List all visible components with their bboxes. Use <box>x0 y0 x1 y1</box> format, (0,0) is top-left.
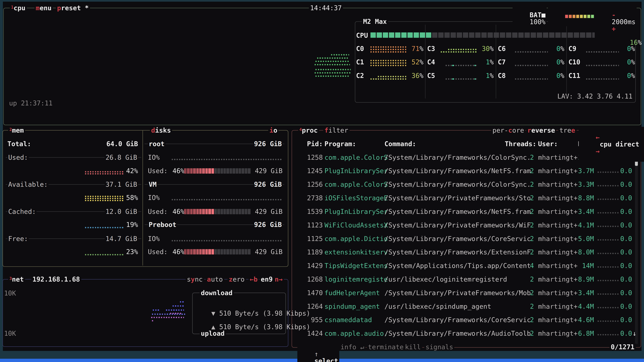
cell-command: /System/Library/Frameworks/AudioToolb <box>384 330 531 337</box>
cell-program: loginitemregiste <box>324 276 388 283</box>
download-arrow-icon: ▼ <box>211 310 215 318</box>
mem-meter <box>85 198 124 199</box>
interval-plus-button[interactable]: + <box>612 25 616 33</box>
cell-cpu: 0.0 <box>618 208 632 215</box>
battery-block <box>580 15 582 18</box>
cell-threads: 2 <box>524 290 534 297</box>
proc-kill-button[interactable]: kill <box>404 344 422 351</box>
net-auto-toggle[interactable]: auto <box>206 276 224 283</box>
proc-filter-button[interactable]: filter <box>323 127 349 134</box>
proc-scrollbar-track[interactable] <box>635 149 638 344</box>
cell-command: /usr/libexec/spindump_agent <box>384 303 491 310</box>
disk-used-meter <box>184 209 250 214</box>
battery-block <box>591 15 594 18</box>
column-header-user[interactable]: User: <box>538 140 558 147</box>
cell-mem: 3.7M <box>574 167 594 174</box>
proc-signals-button[interactable]: signals <box>424 344 454 351</box>
disk-io-graph <box>172 159 282 160</box>
cell-user: mhartingt+ <box>538 276 578 283</box>
cpu-meter-block <box>377 32 382 38</box>
battery-indicator: BAT■ 100% <box>512 4 546 32</box>
cpu-box-title[interactable]: 1cpu <box>10 4 27 12</box>
cell-cpu: 0.0 <box>618 290 632 297</box>
io-toggle[interactable]: io <box>268 127 278 134</box>
cpu-meter-block <box>512 32 518 38</box>
cell-user: mhartingt+ <box>538 317 578 324</box>
core-percent: 30% <box>470 45 494 52</box>
cpu-meter-block <box>524 32 530 38</box>
proc-select-control[interactable]: ↑ select ↓ <box>297 344 340 362</box>
cpu-meter-block <box>414 32 419 38</box>
disk-used-value: 429 GiB <box>254 248 282 255</box>
menu-button[interactable]: menu <box>34 4 53 11</box>
enter-key-icon: ↵ <box>360 343 364 351</box>
cell-cpu: 0.0 <box>618 317 632 324</box>
mem-meter <box>85 171 124 172</box>
sort-right-arrow-icon[interactable]: → <box>596 147 600 155</box>
upload-arrow-icon: ▲ <box>211 323 215 331</box>
net-zero-toggle[interactable]: zero <box>228 276 246 283</box>
cpu-meter-block <box>457 32 462 38</box>
cpu-meter-block <box>555 32 561 38</box>
cpu-meter-block <box>562 32 567 38</box>
cell-threads: 4 <box>524 262 534 269</box>
cpu-meter-block <box>494 32 499 38</box>
interval-minus-button[interactable]: - <box>612 11 616 19</box>
cell-program: com.apple.ColorS <box>324 154 388 161</box>
preset-button[interactable]: preset * <box>56 4 90 11</box>
net-sync-toggle[interactable]: sync <box>186 276 204 283</box>
cell-user: mhartingt+ <box>538 290 578 297</box>
cell-user: mhartingt+ <box>538 330 578 337</box>
cpu-meter-block <box>586 32 592 38</box>
cpu-meter-block <box>537 32 542 38</box>
battery-block <box>569 15 572 18</box>
proc-reverse-toggle[interactable]: reverse <box>526 127 556 134</box>
core-percent: 0% <box>611 59 635 66</box>
column-header-command[interactable]: Command: <box>384 140 416 147</box>
column-header-pid[interactable]: Pid: <box>306 140 323 147</box>
cpu-meter-block <box>506 32 511 38</box>
cell-cpu: 0.0 <box>618 235 632 242</box>
cell-user: mhartingt+ <box>538 154 578 161</box>
scroll-down-icon[interactable]: ↓ <box>632 330 636 337</box>
column-header-threads[interactable]: Threads: <box>504 140 536 147</box>
cell-command: /System/Library/PrivateFrameworks/Sto <box>384 195 531 202</box>
disk-name: Preboot <box>148 221 177 228</box>
core-percent: 0% <box>540 59 564 66</box>
cell-cpu: 0.0 <box>618 249 632 256</box>
cpu-meter-block <box>549 32 554 38</box>
net-prev-interface[interactable]: ←b <box>248 276 259 283</box>
mem-disks-divider <box>142 131 143 266</box>
proc-per-core-toggle[interactable]: per-core <box>491 127 525 134</box>
column-header-program[interactable]: Program: <box>324 140 356 147</box>
proc-terminate-button[interactable]: terminate <box>367 344 405 351</box>
proc-sort-selector[interactable]: ← cpu direct → <box>579 127 644 162</box>
cell-threads: 2 <box>524 167 534 174</box>
sort-left-arrow-icon[interactable]: ← <box>596 133 600 141</box>
up-arrow-icon[interactable]: ↑ <box>314 350 318 358</box>
net-next-interface[interactable]: n→ <box>274 276 284 283</box>
cpu-model-title: M2 Max <box>362 18 388 25</box>
proc-box-title[interactable]: 4proc <box>298 127 319 135</box>
disk-used-percent: 46% <box>172 208 184 215</box>
mem-box-title[interactable]: 2mem <box>8 127 25 135</box>
cpu-meter-block <box>438 32 444 38</box>
net-interface-name: en9 <box>260 276 274 283</box>
cell-pid: 1189 <box>306 249 323 256</box>
core-label: C8 <box>498 72 506 79</box>
disk-name: root <box>148 140 165 147</box>
core-percent: 0% <box>611 45 635 52</box>
disk-io-label: IO% <box>148 154 160 161</box>
battery-icon: ■ <box>542 11 546 19</box>
cell-threads: 2 <box>524 235 534 242</box>
core-label: C1 <box>356 59 364 66</box>
cpu-total-meter <box>370 32 616 38</box>
cell-cpu: 0.0 <box>618 195 632 202</box>
disks-box-title[interactable]: disks <box>150 127 172 134</box>
proc-info-button[interactable]: info ↵ <box>339 344 366 351</box>
proc-tree-toggle[interactable]: tree <box>558 127 576 134</box>
btop-screen: 1cpu menu preset * 14:44:37 BAT■ 100% - … <box>0 0 644 362</box>
disk-used-percent: 46% <box>172 167 184 174</box>
net-box-title[interactable]: 3net <box>8 276 25 284</box>
core-label: C3 <box>427 45 435 52</box>
